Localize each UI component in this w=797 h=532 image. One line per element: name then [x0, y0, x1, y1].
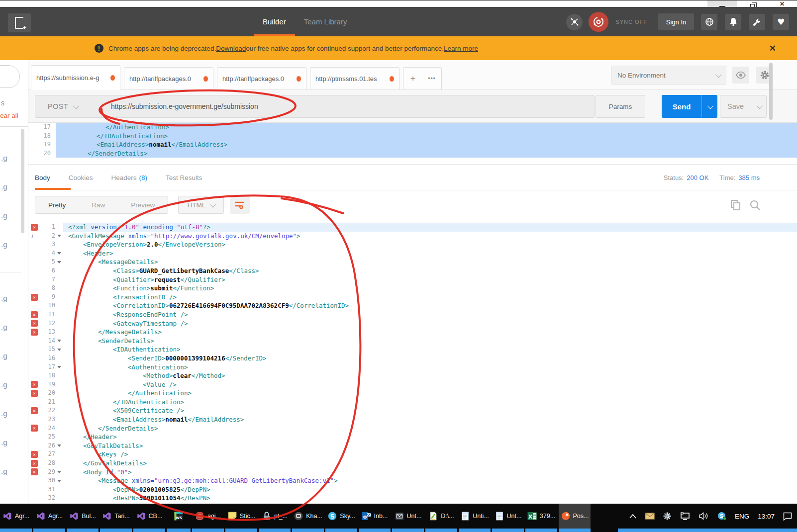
fold-arrow-icon[interactable]	[57, 366, 61, 368]
new-tab-button[interactable]: +	[403, 74, 422, 84]
taskbar-item-inb[interactable]: oInb...	[359, 504, 391, 529]
taskbar-item-tari[interactable]: Tari...	[100, 504, 132, 529]
history-item[interactable]: .g	[1, 323, 7, 331]
taskbar-item-webstorm[interactable]: WS	[167, 504, 191, 529]
tab-team-library[interactable]: Team Library	[295, 7, 356, 36]
sign-in-button[interactable]: Sign In	[658, 13, 694, 30]
taskbar-item-379[interactable]: X379...	[525, 504, 557, 529]
url-input[interactable]: https://submission.e-government.ge/submi…	[111, 102, 258, 110]
banner-close-icon[interactable]: ✕	[769, 43, 776, 54]
taskbar-item-bul[interactable]: Bul...	[67, 504, 99, 529]
request-body-editor[interactable]: 17</Authentication>18</IDAuthentication>…	[28, 123, 797, 165]
environment-preview-button[interactable]	[732, 67, 749, 84]
tab-test-results[interactable]: Test Results	[166, 165, 202, 190]
environment-select[interactable]: No Environment	[611, 66, 726, 85]
tab-body[interactable]: Body	[35, 165, 50, 190]
sidebar-scrollbar[interactable]	[21, 129, 24, 497]
sync-button[interactable]	[589, 12, 608, 32]
taskbar-item-agr[interactable]: Agr...	[0, 504, 32, 529]
taskbar-item-pos[interactable]: Pos...	[559, 504, 591, 529]
request-tab-4[interactable]: http://ptmssms.01.tes	[310, 67, 399, 90]
clock[interactable]: 13:07	[758, 513, 775, 520]
method-select[interactable]: POST	[35, 102, 90, 110]
tab-headers[interactable]: Headers (8)	[111, 165, 148, 190]
fold-arrow-icon[interactable]	[57, 444, 61, 447]
taskbar-item-unti[interactable]: Unti...	[459, 504, 491, 529]
wrap-text-button[interactable]	[230, 196, 250, 214]
code-text: <TransactionID />	[63, 293, 797, 302]
tray-skype-button[interactable]: S	[717, 512, 726, 521]
tray-expand-button[interactable]	[629, 514, 636, 519]
taskbar-item-sky[interactable]: SSky...	[325, 504, 357, 529]
history-item[interactable]: .g	[1, 211, 7, 220]
tab-builder[interactable]: Builder	[254, 7, 295, 36]
favorites-button[interactable]: ♥	[773, 14, 789, 30]
token-t: </CorrelationID>	[289, 302, 349, 309]
taskbar-item-stic[interactable]: Stic...	[225, 504, 257, 529]
notifications-button[interactable]	[725, 14, 741, 30]
history-item[interactable]: .g	[1, 352, 7, 360]
view-raw-button[interactable]: Raw	[79, 196, 118, 213]
view-pretty-button[interactable]: Pretty	[35, 196, 79, 213]
history-item[interactable]: .g	[1, 409, 7, 418]
taskbar-item-unt[interactable]: Unt...	[392, 504, 424, 529]
fold-arrow-icon[interactable]	[57, 340, 61, 342]
fold-arrow-icon[interactable]	[57, 235, 61, 237]
fold-arrow-icon[interactable]	[57, 349, 61, 351]
more-tabs-button[interactable]: •••	[422, 75, 441, 82]
save-options-button[interactable]	[751, 95, 766, 117]
restore-button[interactable]	[737, 0, 767, 7]
view-preview-button[interactable]: Preview	[118, 196, 168, 213]
save-button[interactable]: Save	[720, 95, 767, 118]
taskbar-item-d[interactable]: D:\...	[425, 504, 457, 529]
response-scroll-thumb[interactable]	[769, 63, 773, 120]
history-item[interactable]: .g	[1, 438, 7, 446]
banner-learn-more-link[interactable]: Learn more	[444, 45, 478, 52]
response-body-code[interactable]: ✕1<?xml version="1.0" encoding="utf-8"?>…	[28, 219, 797, 504]
history-item[interactable]: .g	[1, 294, 7, 302]
sidebar-scroll-thumb[interactable]	[21, 129, 24, 233]
response-scrollbar[interactable]	[769, 63, 773, 341]
history-item[interactable]: .g	[1, 467, 7, 475]
sidebar-search-pill[interactable]	[0, 65, 20, 88]
tray-volume-button[interactable]	[699, 512, 709, 520]
fold-arrow-icon[interactable]	[57, 252, 61, 255]
history-item[interactable]: .g	[1, 154, 7, 162]
unsaved-dot-icon	[297, 76, 301, 82]
taskbar-item-cb[interactable]: CB...	[133, 504, 165, 529]
new-button[interactable]	[8, 13, 31, 32]
tray-pinwheel-button[interactable]	[663, 512, 671, 520]
search-response-button[interactable]	[749, 199, 761, 211]
fold-arrow-icon[interactable]	[57, 471, 61, 473]
banner-download-link[interactable]: Download	[216, 45, 246, 52]
tray-network-button[interactable]	[680, 512, 691, 520]
tray-mail-button[interactable]	[645, 513, 655, 520]
fold-arrow-icon[interactable]	[57, 480, 61, 482]
taskbar-item-pl[interactable]: pl_...	[259, 504, 291, 529]
copy-response-button[interactable]	[730, 199, 741, 211]
taskbar-item-kha[interactable]: Kha...	[292, 504, 324, 529]
history-item[interactable]: .g	[1, 182, 7, 191]
request-tab-2[interactable]: http://tariffpackages.0	[124, 67, 213, 90]
format-select[interactable]: HTML	[178, 196, 224, 214]
taskbar-item-agr[interactable]: Agr...	[33, 504, 65, 529]
globe-button[interactable]	[701, 14, 717, 30]
send-options-button[interactable]	[701, 95, 717, 118]
action-center-button[interactable]	[783, 512, 792, 521]
send-button[interactable]: Send	[662, 95, 717, 118]
interceptor-button[interactable]	[566, 14, 583, 30]
language-indicator[interactable]: ENG	[735, 513, 749, 520]
params-button[interactable]: Params	[596, 95, 645, 118]
tab-cookies[interactable]: Cookies	[69, 165, 93, 190]
taskbar-item-agi[interactable]: agi...	[192, 504, 224, 529]
settings-wrench-button[interactable]	[749, 14, 765, 30]
history-item[interactable]: .g	[1, 240, 7, 249]
fold-arrow-icon[interactable]	[57, 261, 61, 264]
taskbar-item-unt[interactable]: Unt...	[492, 504, 524, 529]
clear-all-link[interactable]: ear all	[0, 112, 18, 119]
history-item[interactable]: .g	[1, 380, 7, 389]
request-tab-1[interactable]: https://submission.e-g	[31, 65, 120, 90]
request-tab-3[interactable]: http://tariffpackages.0	[217, 67, 306, 90]
close-button[interactable]: ✕	[767, 0, 797, 7]
minimize-button[interactable]	[707, 0, 737, 7]
